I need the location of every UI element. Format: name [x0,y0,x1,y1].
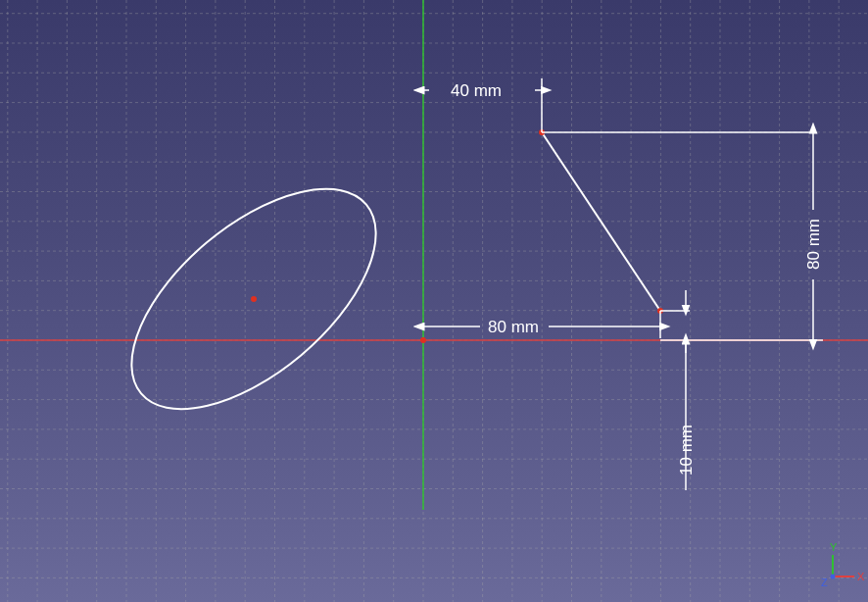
gizmo-z-label: Z [821,577,828,588]
dimension-80mm-vertical[interactable]: 80 mm [542,132,823,340]
gizmo-x-label: X [857,571,865,582]
sketch-ellipse[interactable] [94,148,413,450]
gizmo-y-label: Y [830,541,838,553]
grid [0,0,868,602]
svg-point-70 [831,575,836,579]
dimension-label: 10 mm [677,425,696,476]
dimension-10mm-vertical[interactable]: 10 mm [660,340,696,490]
svg-point-50 [251,296,257,302]
dimension-label: 40 mm [451,81,502,100]
dimension-label: 80 mm [804,219,823,270]
sketch-svg: 40 mm 80 mm 80 mm 10 mm X Y Z [0,0,868,602]
sketch-viewport[interactable]: 40 mm 80 mm 80 mm 10 mm X Y Z [0,0,868,602]
dimension-label: 80 mm [488,318,539,336]
